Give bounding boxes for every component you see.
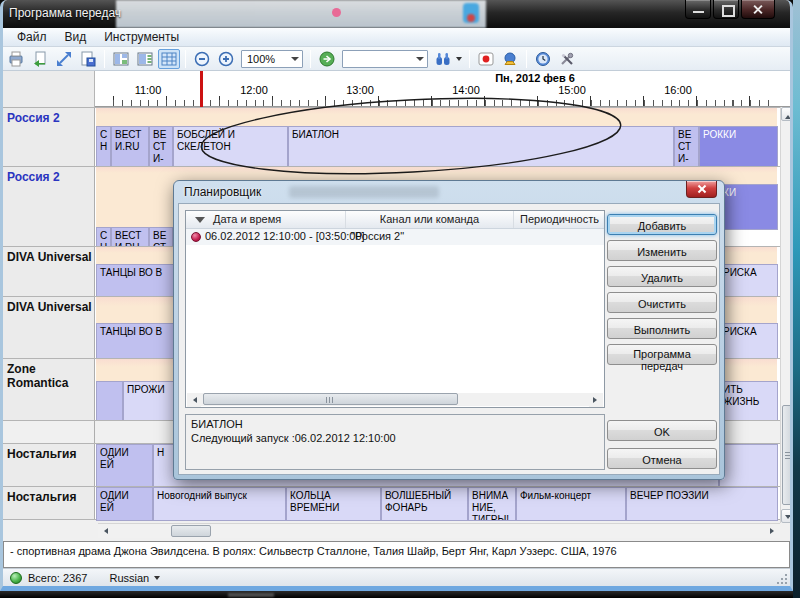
program-cell[interactable]: ОДИИ ЕЙ — [96, 487, 153, 521]
program-cell[interactable]: КОЛЬЦА ВРЕМЕНИ — [286, 487, 381, 521]
search-icon[interactable] — [432, 49, 454, 69]
tools-icon[interactable] — [556, 49, 578, 69]
record-icon[interactable] — [475, 49, 497, 69]
date-band — [96, 184, 173, 227]
list-scroll-right-button[interactable] — [589, 393, 603, 407]
program-cell[interactable]: ОДИИ ЕЙ — [96, 444, 153, 487]
desktop-background — [793, 0, 800, 598]
horizontal-scroll-thumb[interactable] — [171, 525, 211, 537]
timeline-corner — [0, 71, 95, 107]
window-controls — [683, 0, 775, 19]
execute-button[interactable]: Выполнить — [607, 318, 717, 339]
column-header-periodicity[interactable]: Периодичность — [514, 211, 600, 228]
program-cell[interactable]: ИТЬ ЖИЗНЬ — [719, 381, 778, 421]
split-view-icon[interactable] — [110, 49, 132, 69]
tv-guide-button[interactable]: Программа передач — [607, 344, 717, 365]
program-cell[interactable]: С Н — [96, 126, 111, 167]
zoom-level-combo-value: 100% — [242, 53, 288, 65]
task-channel: "Россия 2" — [351, 230, 404, 242]
scroll-up-button[interactable] — [781, 107, 793, 121]
channel-label: DIVA Universal — [0, 247, 95, 296]
program-cell[interactable]: ВЕ СТ И-С — [674, 126, 699, 167]
zoom-out-icon[interactable] — [191, 49, 213, 69]
open-icon[interactable] — [29, 49, 51, 69]
channel-row: Россия 2С НВЕСТ И.RUВЕ СТ И-СБОБСЛЕЙ И С… — [0, 107, 790, 166]
scheduler-task-row[interactable]: 06.02.2012 12:10:00 - [03:50:00]"Россия … — [186, 229, 604, 245]
dialog-close-button[interactable] — [686, 181, 717, 198]
cancel-button[interactable]: Отмена — [607, 448, 717, 469]
menu-item[interactable]: Инструменты — [95, 29, 188, 45]
save-icon[interactable] — [77, 49, 99, 69]
delete-button[interactable]: Удалить — [607, 266, 717, 287]
horizontal-scrollbar[interactable] — [98, 523, 780, 538]
toolbar: 100% — [0, 47, 793, 71]
hour-label: 15:00 — [558, 84, 586, 96]
program-cell[interactable]: ВЕ СТ И-С — [149, 227, 173, 247]
list-horizontal-scrollbar[interactable] — [187, 393, 603, 406]
scroll-right-button[interactable] — [766, 524, 780, 538]
program-cell[interactable] — [96, 381, 123, 421]
program-cell[interactable]: РОККИ — [699, 126, 778, 167]
program-cell[interactable]: РИСКА — [719, 264, 778, 297]
list-scroll-left-button[interactable] — [187, 393, 201, 407]
program-cell[interactable]: РИСКА — [719, 323, 778, 359]
list-scroll-thumb[interactable] — [203, 393, 458, 405]
program-cell[interactable]: ВНИМАНИЕ, ТИГРЫ! — [468, 487, 516, 521]
channel-label — [0, 421, 95, 443]
scroll-left-button[interactable] — [98, 524, 112, 538]
vertical-scrollbar[interactable] — [780, 107, 793, 523]
zoom-in-icon[interactable] — [215, 49, 237, 69]
minimize-button[interactable] — [685, 0, 711, 19]
menu-item[interactable]: Вид — [56, 29, 96, 45]
column-header-channel[interactable]: Канал или команда — [346, 211, 514, 228]
program-cell[interactable]: ВЕЧЕР ПОЭЗИИ — [626, 487, 778, 521]
chevron-down-icon[interactable] — [288, 51, 302, 67]
scroll-down-button[interactable] — [781, 509, 793, 523]
taskbar — [0, 591, 793, 598]
date-label: Пн, 2012 фев 6 — [495, 72, 575, 84]
print-icon[interactable] — [5, 49, 27, 69]
task-info-panel: БИАТЛОН Следующий запуск :06.02.2012 12:… — [185, 414, 605, 470]
close-button[interactable] — [741, 0, 775, 19]
resize-grip[interactable] — [775, 572, 787, 584]
program-cell[interactable] — [719, 444, 778, 487]
program-cell[interactable]: С Н — [96, 227, 111, 247]
program-cell[interactable]: БОБСЛЕЙ И СКЕЛЕТОН — [173, 126, 288, 167]
task-info-title: БИАТЛОН — [191, 417, 599, 431]
add-button[interactable]: Добавить — [607, 214, 717, 235]
task-datetime: 06.02.2012 12:10:00 - [03:50:00] — [205, 230, 365, 242]
program-cell[interactable]: БИАТЛОН — [288, 126, 674, 167]
timeline-ruler-minor — [113, 100, 777, 106]
channel-label: Россия 2 — [0, 108, 95, 166]
chevron-down-icon[interactable] — [456, 51, 465, 67]
program-cell[interactable]: Новогодний выпуск — [153, 487, 286, 521]
hour-label: 16:00 — [664, 84, 692, 96]
program-cell[interactable]: ВОЛШЕБНЫЙ ФОНАРЬ — [381, 487, 468, 521]
ok-button[interactable]: OK — [607, 420, 717, 441]
chevron-down-icon[interactable] — [413, 51, 427, 67]
channel-label: Zone Romantica — [0, 359, 95, 420]
hour-label: 14:00 — [452, 84, 480, 96]
program-cell[interactable]: ВЕСТ И.RU — [111, 227, 149, 247]
column-header-datetime[interactable]: Дата и время — [186, 211, 346, 228]
zoom-level-combo[interactable]: 100% — [241, 50, 303, 68]
go-icon[interactable] — [316, 49, 338, 69]
edit-button[interactable]: Изменить — [607, 240, 717, 261]
list-view-icon[interactable] — [134, 49, 156, 69]
clock-icon[interactable] — [532, 49, 554, 69]
alarm-icon[interactable] — [499, 49, 521, 69]
menu-item[interactable]: Файл — [8, 29, 56, 45]
total-count: Всего: 2367 — [28, 572, 87, 584]
vertical-scroll-thumb[interactable] — [782, 405, 793, 505]
clear-button[interactable]: Очистить — [607, 292, 717, 313]
program-cell[interactable]: ВЕ СТ И-С — [149, 126, 173, 167]
app-window: Программа передач ФайлВидИнструменты 100… — [0, 0, 793, 591]
program-cell[interactable]: ВЕСТ И.RU — [111, 126, 149, 167]
channel-filter-combo[interactable] — [342, 50, 428, 68]
status-icon — [10, 572, 22, 584]
grid-view-icon[interactable] — [158, 49, 180, 69]
language-dropdown[interactable]: Russian — [109, 572, 160, 584]
maximize-button[interactable] — [713, 0, 739, 19]
expand-icon[interactable] — [53, 49, 75, 69]
program-cell[interactable]: Фильм-концерт — [516, 487, 626, 521]
